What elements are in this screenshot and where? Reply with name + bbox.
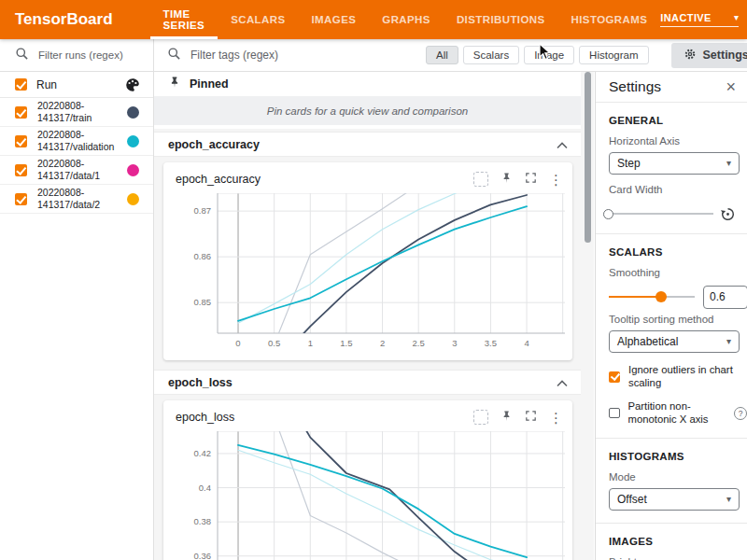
- filter-chip-all[interactable]: All: [426, 46, 458, 64]
- tab-time-series[interactable]: TIME SERIES: [150, 0, 218, 39]
- run-name: 20220808-141317/data/2: [37, 187, 120, 210]
- run-filter: [0, 39, 153, 72]
- tab-images[interactable]: IMAGES: [299, 0, 370, 39]
- select-all-runs-checkbox[interactable]: [15, 78, 27, 91]
- run-checkbox[interactable]: [15, 193, 27, 205]
- header-controls: INACTIVE ▾: [660, 0, 747, 39]
- svg-text:0.5: 0.5: [268, 338, 280, 348]
- tag-filter-bar: AllScalarsImageHistogram Settings: [154, 39, 747, 72]
- brightness-label: Brightness: [609, 556, 747, 560]
- fit-domain-icon[interactable]: [473, 172, 488, 187]
- tab-histograms[interactable]: HISTOGRAMS: [558, 0, 661, 39]
- tensorboard-window: TensorBoard TIME SERIESSCALARSIMAGESGRAP…: [0, 0, 747, 560]
- filter-chip-histogram[interactable]: Histogram: [579, 46, 648, 64]
- run-checkbox[interactable]: [15, 164, 27, 176]
- run-color-dot: [127, 164, 139, 176]
- section-header-epoch-loss[interactable]: epoch_loss: [154, 370, 581, 395]
- reset-icon[interactable]: [720, 206, 736, 222]
- more-menu-icon[interactable]: ⋮: [549, 173, 563, 187]
- nav-tabs: TIME SERIESSCALARSIMAGESGRAPHSDISTRIBUTI…: [150, 0, 661, 39]
- fit-domain-icon[interactable]: [473, 410, 488, 425]
- horizontal-axis-value: Step: [617, 157, 641, 170]
- svg-text:0.85: 0.85: [194, 297, 212, 307]
- runs-sidebar: Run 20220808-141317/train20220808-141317…: [0, 39, 154, 560]
- card-title: epoch_accuracy: [176, 173, 261, 186]
- tooltip-sorting-select[interactable]: Alphabetical ▾: [609, 330, 740, 353]
- gear-icon: [684, 48, 697, 63]
- chevron-down-icon: ▾: [734, 13, 739, 22]
- svg-text:0: 0: [235, 338, 240, 348]
- card-width-slider[interactable]: [609, 207, 713, 220]
- run-row: 20220808-141317/data/2: [0, 185, 153, 214]
- scalar-card-epoch-accuracy: epoch_accuracy ⋮ 00.511.522.533.540.870.…: [163, 162, 572, 360]
- smoothing-slider[interactable]: [609, 290, 695, 303]
- epoch-loss-chart[interactable]: 00.511.522.533.540.420.40.380.36: [163, 431, 572, 560]
- fullscreen-icon[interactable]: [525, 409, 537, 426]
- palette-icon[interactable]: [125, 77, 140, 92]
- search-icon: [167, 47, 181, 64]
- filter-chip-scalars[interactable]: Scalars: [463, 46, 519, 64]
- status-dropdown[interactable]: INACTIVE ▾: [660, 12, 739, 27]
- run-checkbox[interactable]: [15, 106, 27, 119]
- svg-text:0.36: 0.36: [194, 551, 212, 560]
- pin-icon[interactable]: [500, 171, 513, 188]
- tooltip-sorting-label: Tooltip sorting method: [609, 314, 747, 325]
- ignore-outliers-in-chart-scaling-checkbox[interactable]: [609, 371, 620, 383]
- settings-panel: Settings × GENERAL Horizontal Axis Step …: [595, 71, 747, 560]
- svg-text:0.86: 0.86: [194, 251, 212, 261]
- run-list-header: Run: [0, 72, 153, 98]
- svg-text:0.87: 0.87: [194, 205, 212, 216]
- run-checkbox[interactable]: [15, 135, 27, 147]
- slider-knob[interactable]: [655, 291, 667, 302]
- histogram-mode-value: Offset: [617, 493, 647, 506]
- settings-button-label: Settings: [703, 49, 747, 62]
- tab-distributions[interactable]: DISTRIBUTIONS: [444, 0, 558, 39]
- epoch-accuracy-chart[interactable]: 00.511.522.533.540.870.860.85: [163, 193, 572, 354]
- pinned-title: Pinned: [190, 77, 229, 91]
- section-header-epoch-accuracy[interactable]: epoch_accuracy: [154, 132, 581, 157]
- pin-icon: [168, 76, 181, 92]
- tab-graphs[interactable]: GRAPHS: [369, 0, 444, 39]
- smoothing-value-input[interactable]: [703, 286, 747, 309]
- svg-text:2: 2: [380, 338, 385, 348]
- checkbox-label: Ignore outliers in chart scaling: [628, 364, 747, 389]
- pinned-empty-hint: Pin cards for a quick view and compariso…: [154, 96, 581, 125]
- app-header: TensorBoard TIME SERIESSCALARSIMAGESGRAP…: [0, 0, 747, 39]
- checkbox-row: Partition non-monotonic X axis?: [609, 400, 747, 426]
- help-icon[interactable]: ?: [734, 407, 747, 420]
- run-color-dot: [127, 135, 139, 147]
- checkbox-label: Partition non-monotonic X axis: [628, 400, 731, 426]
- svg-text:2.5: 2.5: [413, 338, 425, 348]
- partition-non-monotonic-x-axis-checkbox[interactable]: [609, 408, 620, 419]
- slider-knob[interactable]: [603, 209, 613, 219]
- horizontal-axis-select[interactable]: Step ▾: [609, 152, 740, 175]
- run-name: 20220808-141317/data/1: [37, 158, 120, 181]
- filter-chip-image[interactable]: Image: [524, 46, 574, 64]
- chevron-up-icon[interactable]: [557, 136, 568, 153]
- pinned-section: Pinned Pin cards for a quick view and co…: [154, 71, 581, 129]
- close-icon[interactable]: ×: [726, 78, 736, 95]
- more-menu-icon[interactable]: ⋮: [549, 411, 563, 425]
- tag-filter-input[interactable]: [189, 48, 426, 63]
- run-color-dot: [127, 193, 139, 205]
- scrollbar-thumb[interactable]: [585, 72, 591, 243]
- svg-text:3.5: 3.5: [485, 338, 497, 348]
- search-icon: [15, 47, 29, 64]
- run-row: 20220808-141317/validation: [0, 127, 153, 156]
- pin-icon[interactable]: [500, 409, 513, 426]
- run-filter-input[interactable]: [36, 49, 138, 62]
- tab-scalars[interactable]: SCALARS: [218, 0, 298, 39]
- general-heading: GENERAL: [609, 115, 747, 126]
- svg-text:0.38: 0.38: [194, 516, 212, 526]
- horizontal-axis-label: Horizontal Axis: [609, 135, 747, 147]
- chevron-up-icon[interactable]: [557, 374, 568, 391]
- chevron-down-icon: ▾: [726, 337, 731, 346]
- status-label: INACTIVE: [660, 12, 712, 23]
- settings-button[interactable]: Settings: [671, 43, 747, 68]
- svg-text:3: 3: [452, 338, 457, 348]
- histograms-heading: HISTOGRAMS: [609, 451, 747, 462]
- fullscreen-icon[interactable]: [525, 171, 537, 188]
- section-title: epoch_accuracy: [168, 138, 260, 151]
- histogram-mode-select[interactable]: Offset ▾: [609, 488, 740, 511]
- app-logo: TensorBoard: [15, 0, 113, 39]
